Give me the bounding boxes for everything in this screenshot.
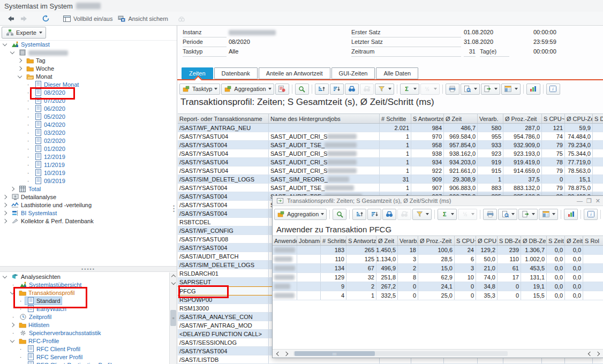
table-row[interactable]: 1832651.450,518100,624129,22391.306,70,0… <box>273 246 603 255</box>
column-header-name-des-hintergrundjobs[interactable]: Name des Hintergrundjobs <box>269 114 380 123</box>
tree-item-11-2019[interactable]: ·11/2019 <box>0 161 169 169</box>
export-button[interactable] <box>481 84 500 95</box>
tree-item-05-2020[interactable]: ·05/2020 <box>0 112 169 120</box>
column-header-proz-zeit[interactable]: Ø Proz.-Zeit <box>418 236 455 245</box>
scrollbar-track[interactable]: ||| <box>293 351 508 356</box>
scroll-left-button[interactable] <box>274 351 282 357</box>
column-header-s-db-zeit[interactable]: S DB-Zeit <box>498 236 521 245</box>
tree-item-woche[interactable]: Woche <box>0 64 169 72</box>
column-header-s-cpu[interactable]: S CPU~ <box>455 236 476 245</box>
column-header-cpu-zeit[interactable]: Ø CPU-Zeit <box>565 114 593 123</box>
find-button[interactable] <box>382 209 396 220</box>
details-button[interactable] <box>275 84 289 95</box>
sort-descending-button[interactable] <box>367 209 381 220</box>
column-header-s-d[interactable]: S D <box>593 114 603 123</box>
tree-item-monat[interactable]: Monat <box>0 72 169 80</box>
scroll-right-button-2[interactable] <box>594 351 602 357</box>
expand-icon[interactable] <box>10 322 14 327</box>
expand-icon[interactable] <box>3 210 7 215</box>
scroll-down-button[interactable] <box>170 279 177 286</box>
tree-item-rfc-client-destination-profil[interactable]: ·RFC Client-Destination Profil <box>0 361 169 364</box>
table-row[interactable]: /SAST/YSASTU04SAST_AUDIT_CRI_S1922921.66… <box>178 166 603 175</box>
check-display-button[interactable] <box>295 84 309 95</box>
tree-item-detailanalyse[interactable]: Detailanalyse <box>0 193 169 201</box>
find-button[interactable] <box>345 84 359 95</box>
tree-item-hitlisten[interactable]: Hitlisten <box>0 321 169 329</box>
column-header-s-antwortzeit[interactable]: S Antwortzeit <box>411 114 444 123</box>
table-row[interactable]: 12932251,8862,91074,017131,10,00,0 <box>273 273 603 282</box>
tree-item-systemlast[interactable]: Systemlast <box>0 40 169 48</box>
column-header-s-cpu[interactable]: S CPU~ <box>542 114 565 123</box>
tree-item-lasthistorie-und-verteilung[interactable]: Lasthistorie und -verteilung <box>0 201 169 209</box>
column-header-jobname[interactable]: Jobname <box>297 236 321 245</box>
sort-ascending-button[interactable] <box>352 209 366 220</box>
tree-item-02-2020[interactable]: ·02/2020 <box>0 136 169 145</box>
layout-button[interactable] <box>501 84 521 95</box>
scroll-left-button-2[interactable] <box>586 351 593 357</box>
column-header-s-zeit[interactable]: S Zeit <box>547 236 565 245</box>
check-display-button[interactable] <box>333 209 346 220</box>
tree-item-total[interactable]: Total <box>0 185 169 193</box>
tree-item-rfc-client-profil[interactable]: ·RFC Client Profil <box>0 345 169 353</box>
filter-button[interactable] <box>375 84 394 95</box>
column-header-s-antwortzeit[interactable]: S Antwortzeit <box>346 236 376 245</box>
column-header-verarb[interactable]: Verarb. <box>478 114 503 123</box>
table-row[interactable]: 92267,2024,1034,8019,10,00,0 <box>273 282 603 291</box>
column-header-cpu[interactable]: Ø CPU~ <box>476 236 498 245</box>
tree-item-dieser-monat[interactable]: ·Dieser Monat <box>0 80 169 88</box>
tab-datenbank[interactable]: Datenbank <box>214 67 258 79</box>
vertical-splitter[interactable]: ••• <box>173 205 176 213</box>
tree-splitter[interactable]: ••••• <box>0 266 177 272</box>
table-row[interactable]: 1101251.134,0328,5650,01101.002,00,00,0 <box>273 255 603 264</box>
column-header-anwender[interactable]: Anwender <box>273 236 297 245</box>
tree-item-08-2020[interactable]: ·08/2020 <box>0 88 169 96</box>
mean-value-button[interactable]: ½ <box>420 84 440 95</box>
scrollbar-thumb[interactable]: ||| <box>295 351 375 356</box>
column-header-report-oder-transaktionsname[interactable]: Report- oder Transaktionsname <box>178 114 269 123</box>
tree-item-03-2020[interactable]: ·03/2020 <box>0 128 169 136</box>
collapse-icon[interactable] <box>3 41 7 46</box>
fullscreen-toggle[interactable]: Vollbild ein/aus <box>63 15 112 22</box>
aggregation-button[interactable]: Aggregation <box>221 84 274 95</box>
column-header-zeit[interactable]: Ø Zeit <box>444 114 478 123</box>
scroll-right-button[interactable] <box>283 351 290 357</box>
expand-icon[interactable] <box>10 186 14 191</box>
experte-button[interactable]: Experte <box>2 27 46 39</box>
scroll-up-button[interactable] <box>170 272 177 279</box>
tree-item-systemlastübersicht[interactable]: ·Systemlastübersicht <box>0 280 169 289</box>
sort-descending-button[interactable] <box>330 84 344 95</box>
collapse-icon[interactable] <box>3 274 7 278</box>
collapse-icon[interactable] <box>10 338 14 342</box>
table-row[interactable]: /SAST/YSASTU04SAST_AUDIT_CRI_S1970969.58… <box>178 132 603 141</box>
graphic-button[interactable] <box>564 209 578 220</box>
column-header-db-zeit[interactable]: Ø DB-Zeit <box>521 236 547 245</box>
mean-value-button[interactable]: ½ <box>458 209 477 220</box>
print-button[interactable] <box>446 84 459 95</box>
tree-item-earlywatch[interactable]: ·EarlyWatch <box>0 305 169 313</box>
expand-icon[interactable] <box>3 194 7 199</box>
tree-item-07-2020[interactable]: ·07/2020 <box>0 96 169 104</box>
table-row[interactable]: /SAST/YSASTU04SAST_AUDIT_CRI_S1938938.16… <box>178 149 603 158</box>
back-icon[interactable] <box>6 15 15 22</box>
collapse-icon[interactable] <box>10 290 14 294</box>
table-row[interactable]: /SAST/YSAST004SAST_AUDIT_TSE_1958957.854… <box>178 141 603 149</box>
find-next-button[interactable] <box>360 84 374 95</box>
total-button[interactable]: Σ <box>400 84 419 95</box>
tree-item-12-2019[interactable]: ·12/2019 <box>0 153 169 161</box>
table-row[interactable]: /SAST/WF_ANTRAG_NEU2.021984486,7580287,0… <box>178 124 603 132</box>
column-header-verarb[interactable]: Verarb. <box>398 236 418 245</box>
column-header-zeit[interactable]: Ø Zeit <box>376 236 398 245</box>
tree-item-tag[interactable]: Tag <box>0 56 169 64</box>
tab-gui-zeiten[interactable]: GUI-Zeiten <box>331 67 375 79</box>
info-button[interactable]: i <box>584 209 598 220</box>
export-button[interactable] <box>518 209 538 220</box>
expand-icon[interactable] <box>3 218 7 223</box>
tree-item-01-2020[interactable]: ·01/2020 <box>0 145 169 153</box>
expand-icon[interactable] <box>3 202 7 207</box>
tab-anteile-an-antwortzeit[interactable]: Anteile an Antwortzeit <box>259 67 330 79</box>
tree-item-06-2020[interactable]: ·06/2020 <box>0 104 169 112</box>
tree-item-zeitprofil[interactable]: ·Zeitprofil <box>0 313 169 321</box>
collapse-icon[interactable] <box>18 73 22 78</box>
refresh-icon[interactable] <box>41 15 50 22</box>
tree-item-04-2020[interactable]: ·04/2020 <box>0 120 169 128</box>
